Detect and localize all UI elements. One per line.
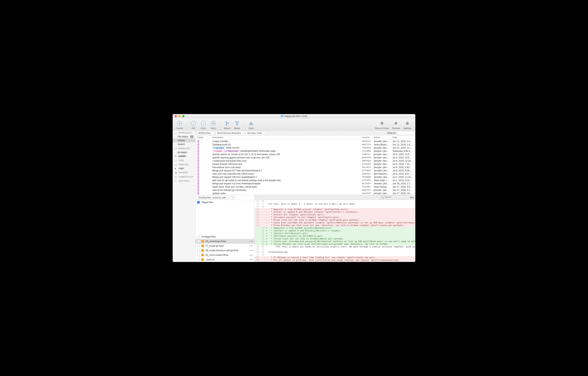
commit-row[interactable]: user:cran only searches the CRAN mirror2… [196, 172, 415, 175]
remote-branches-dropdown[interactable]: Show Remote Branches [216, 131, 245, 135]
col-graph[interactable]: Graph [196, 135, 211, 139]
stash-button[interactable]: Stash [246, 121, 256, 129]
current-branch-icon [175, 155, 177, 157]
push-button[interactable]: ↑ Push [199, 121, 208, 129]
svg-point-1 [226, 124, 227, 125]
svg-point-0 [226, 122, 227, 122]
close-window-icon[interactable] [175, 115, 177, 117]
jump-label: Jump to: [387, 132, 396, 134]
diff-line: 32- * If RStudio is having a hard time f… [255, 256, 415, 259]
ancestor-order-dropdown[interactable]: Ancestor Order [246, 131, 266, 135]
file-actions-icon[interactable]: ••• [250, 254, 253, 257]
commit-row[interactable]: add note for git install to use default … [196, 179, 415, 182]
branch-icon: ⎇ [175, 147, 177, 150]
file-status-badge: 5 [190, 135, 193, 138]
diff-line: 21- * Register a free GitHub account (ch… [255, 208, 415, 211]
zoom-window-icon[interactable] [182, 115, 185, 117]
diff-line: 25- * Prove local Git can talk to GitHub… [255, 219, 415, 221]
finder-icon: ⎘ [379, 121, 384, 126]
file-actions-icon[interactable]: ••• [250, 244, 253, 247]
diff-line: 19+ * [Register a free GitHub account](#… [255, 227, 415, 230]
svg-point-16 [198, 154, 199, 155]
modified-file-icon: … [201, 240, 204, 243]
terminal-button[interactable]: ⎚ Terminal [390, 121, 402, 129]
commit-row[interactable]: ⎇ gh-pagesInitial commitf0e102djennybc <… [196, 146, 415, 149]
show-in-finder-button[interactable]: ⎘ Show in Finder [374, 121, 390, 129]
sidebar-section-submodules: ☰ SUBMODULES [173, 175, 195, 179]
commit-row[interactable]: Create CNAME03b01b2Jennifer (Jenny) B…Ju… [196, 140, 415, 143]
commit-row[interactable]: specific warning against git-bash.exe vs… [196, 156, 415, 159]
commit-row[interactable]: I understand text-based links now398f8ae… [196, 159, 415, 162]
commit-button[interactable]: + Commit [175, 121, 184, 129]
minimize-window-icon[interactable] [178, 115, 181, 117]
commit-row[interactable]: start to list relevant git commandse9de1… [196, 188, 415, 192]
commit-row[interactable]: Merge pull request #22 from PeteHaitch/m… [196, 182, 415, 185]
sidebar-item-origin[interactable]: ▶ origin [173, 166, 195, 170]
svg-point-12 [198, 147, 199, 148]
diff-line: 25+ * [Prove RStudio can find local Git]… [255, 243, 415, 245]
modified-file-icon: … [201, 249, 204, 252]
commit-row[interactable]: foreshadow 'burn it all down'34c4413jenn… [196, 166, 415, 169]
sidebar-item-file-status[interactable]: File status 5 [173, 135, 195, 139]
settings-button[interactable]: ⚙ Settings [402, 121, 413, 129]
diff-line: 33- * For all manner of problems, both i… [255, 259, 415, 262]
jump-input[interactable] [397, 131, 414, 135]
sidebar-item-gh-pages[interactable]: gh-pages [173, 150, 195, 154]
merge-button[interactable]: Merge [232, 121, 242, 129]
commit-row[interactable]: Merge pull request #27 from benmarwick/p… [196, 169, 415, 172]
file-item[interactable]: …07_install-git.Rmd••• [196, 243, 254, 248]
svg-point-40 [198, 193, 199, 194]
pull-button[interactable]: ↓ Pull [189, 121, 198, 129]
file-checkbox-icon[interactable] [197, 244, 200, 247]
commit-row[interactable]: Updating book (3)a8af3fdJenny Bryan (Tra… [196, 143, 415, 146]
file-checkbox-icon[interactable] [197, 254, 200, 256]
file-actions-icon[interactable]: ••• [250, 258, 253, 261]
diff-line: 3129 [255, 254, 415, 256]
commit-row[interactable]: Merge pull request #26 from daattali/pat… [196, 175, 415, 179]
traffic-lights [173, 115, 185, 117]
files-toolbar: Pending files, sorted by path ≡ [196, 195, 254, 200]
svg-point-18 [198, 157, 199, 158]
svg-point-5 [237, 124, 238, 125]
file-item[interactable]: …50_more-content.Rmd••• [196, 253, 254, 257]
fetch-button[interactable]: ⟲ Fetch [209, 121, 218, 129]
window-title-text: happy-git-with-r (Git) [284, 115, 307, 118]
commit-row[interactable]: specific advice re: Xcode clt for OS X 1… [196, 153, 415, 156]
list-view-button[interactable]: ≡ [231, 196, 235, 199]
svg-point-36 [198, 186, 199, 188]
commit-row[interactable]: Spell check .Rmd and .md files, rebuilt … [196, 185, 415, 188]
col-description[interactable]: Description [211, 135, 360, 139]
unstaged-files-header[interactable]: Unstaged files [196, 234, 254, 239]
commit-row[interactable]: update noteseea4147jennybc <jenny@s…Jun … [196, 192, 415, 195]
file-checkbox-icon[interactable] [197, 258, 200, 261]
unstaged-checkbox-icon[interactable] [197, 235, 200, 238]
sidebar-item-history[interactable]: History [173, 139, 195, 142]
sidebar-item-search[interactable]: Search [173, 142, 195, 146]
file-item[interactable]: …_build.sh••• [196, 257, 254, 262]
file-actions-icon[interactable]: ••• [249, 240, 253, 243]
commits-list[interactable]: Create CNAME03b01b2Jennifer (Jenny) B…Ju… [196, 140, 415, 195]
box-icon: ▣ [175, 171, 177, 174]
file-item[interactable]: …03_workshops.Rmd••• [196, 239, 254, 243]
file-checkbox-icon[interactable] [197, 249, 200, 252]
sidebar-item-master[interactable]: master [173, 154, 195, 158]
file-sort-dropdown[interactable]: Pending files, sorted by path [197, 196, 230, 199]
file-item[interactable]: …08_install-introduce-self-git.Rmd••• [196, 248, 254, 253]
commit-row[interactable]: square bracket reference testb7e3a09jenn… [196, 162, 415, 166]
staged-checkbox-icon[interactable]: ✓ [197, 201, 200, 204]
monitor-icon: ▭ [175, 132, 177, 134]
staged-files-header[interactable]: ✓ Staged files [196, 200, 254, 205]
branches-dropdown[interactable]: All Branches [197, 131, 214, 135]
file-name: 07_install-git.Rmd [205, 244, 224, 247]
branch-button[interactable]: Branch [223, 121, 232, 129]
file-checkbox-icon[interactable] [197, 240, 200, 243]
diff-view[interactable]: 18161917Try this. Give it about 1 - 2 ho… [255, 200, 415, 262]
col-commit[interactable]: Commit [360, 135, 372, 139]
col-date[interactable]: Date [391, 135, 415, 139]
diff-search-input[interactable]: Search [380, 196, 409, 199]
col-author[interactable]: Author [372, 135, 391, 139]
file-actions-icon[interactable]: ••• [250, 249, 253, 252]
folder-icon [281, 115, 284, 117]
diff-settings-icon[interactable]: ⚙▾ [410, 196, 414, 199]
commit-row[interactable]: ⎇ master⎇ origin/masterupdate/generalize… [196, 149, 415, 153]
